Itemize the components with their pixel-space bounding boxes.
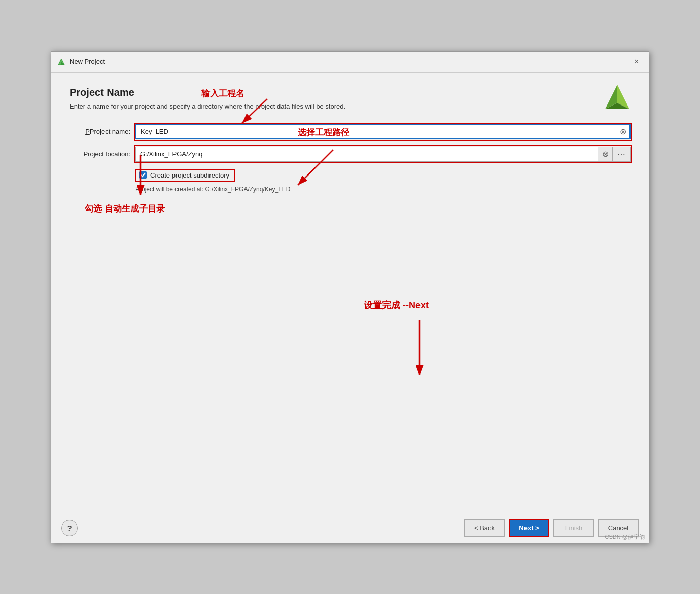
annotation-check-subdir: 勾选 自动生成子目录 (85, 203, 165, 215)
project-location-input-wrapper: ⊗ ⋯ (135, 147, 631, 162)
annotation-select-path: 选择工程路径 (298, 127, 349, 138)
finish-button[interactable]: Finish (553, 519, 594, 537)
watermark: CSDN @伊宇韵 (605, 533, 645, 541)
logo-area (603, 83, 634, 113)
svg-line-8 (298, 150, 333, 185)
arrow-to-next (394, 315, 445, 386)
name-clear-button[interactable]: ⊗ (618, 127, 628, 137)
arrow-to-name (181, 94, 283, 129)
annotation-done-next: 设置完成 --Next (364, 299, 429, 311)
page-subtitle: Enter a name for your project and specif… (69, 102, 631, 110)
location-clear-button[interactable]: ⊗ (598, 147, 612, 162)
annotations-area: 选择工程路径 勾选 自动生成子目录 设置 (69, 193, 631, 436)
title-bar-left: New Project (57, 58, 105, 66)
project-location-input[interactable] (135, 147, 598, 162)
arrow-to-checkbox (100, 150, 181, 211)
title-bar: New Project × (51, 52, 649, 73)
project-path-info: Project will be created at: G:/Xilinx_FP… (135, 186, 631, 193)
next-button[interactable]: Next > (509, 519, 549, 537)
close-button[interactable]: × (631, 56, 643, 68)
project-name-label: PProject name: (69, 128, 135, 135)
browse-button[interactable]: ⋯ (612, 147, 631, 162)
arrow-to-location (247, 134, 359, 195)
vivado-logo (603, 83, 632, 111)
app-icon (57, 58, 65, 66)
window-title: New Project (69, 58, 105, 65)
back-button[interactable]: < Back (464, 519, 505, 537)
svg-line-6 (242, 99, 267, 123)
help-button[interactable]: ? (61, 520, 78, 536)
new-project-dialog: New Project × Project Name Enter a name … (51, 51, 649, 543)
page-title: Project Name (69, 87, 631, 98)
bottom-left: ? (61, 520, 78, 536)
dialog-content: Project Name Enter a name for your proje… (51, 73, 649, 513)
project-location-wrapper: ⊗ ⋯ (135, 147, 631, 162)
bottom-bar: ? < Back Next > Finish Cancel (51, 513, 649, 543)
